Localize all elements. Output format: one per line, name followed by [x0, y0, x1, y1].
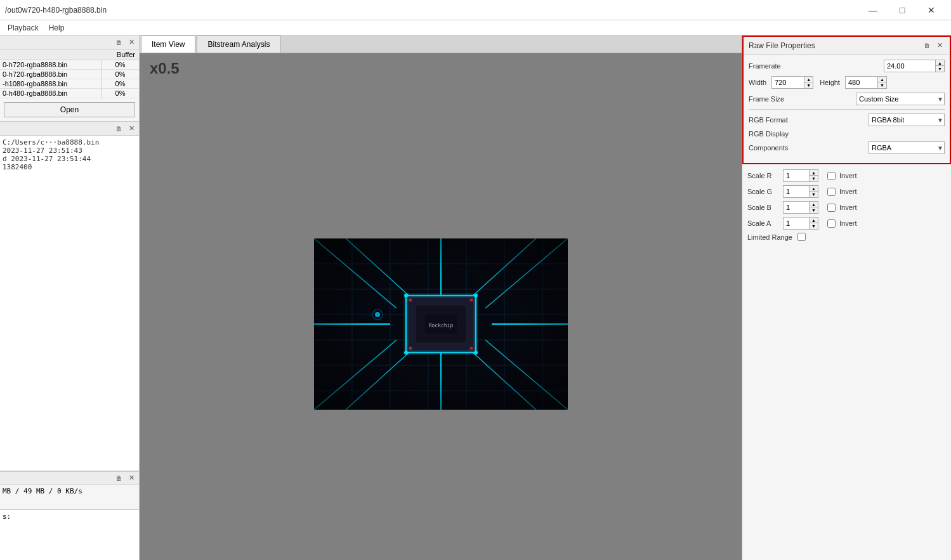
file-name-3: 0-h480-rgba8888.bin — [0, 89, 102, 98]
scale-r-invert-checkbox[interactable] — [827, 172, 836, 180]
file-row[interactable]: -h1080-rgba8888.bin 0% — [0, 79, 139, 89]
log-entry-3: 1382400 — [3, 163, 136, 171]
frame-size-label: Frame Size — [749, 95, 784, 103]
status-panel-header: 🗎 ✕ — [0, 472, 139, 485]
scale-b-label: Scale B — [747, 204, 779, 211]
width-label: Width — [749, 79, 766, 86]
file-row[interactable]: 0-h720-rgba8888.bin 0% — [0, 70, 139, 79]
limited-range-label: Limited Range — [747, 233, 792, 241]
close-button[interactable]: ✕ — [917, 0, 946, 20]
file-table: Buffer 0-h720-rgba8888.bin 0% 0-h720-rgb… — [0, 49, 139, 98]
open-button[interactable]: Open — [4, 102, 135, 117]
scale-g-invert-checkbox[interactable] — [827, 188, 836, 196]
rgb-display-label: RGB Display — [749, 130, 789, 138]
misc-text: s: — [3, 512, 11, 521]
frame-size-select-wrapper: Custom Size 720x480 1280x720 1920x1080 ▼ — [856, 93, 945, 105]
dimensions-row: Width ▲ ▼ Height ▲ ▼ — [749, 76, 945, 89]
rgb-format-label: RGB Format — [749, 116, 788, 124]
width-down-button[interactable]: ▼ — [804, 82, 813, 88]
height-input-group: ▲ ▼ — [845, 76, 887, 89]
file-list-panel: 🗎 ✕ Buffer 0-h720-rgba8888.bin 0% — [0, 36, 139, 98]
limited-range-row: Limited Range — [747, 233, 946, 241]
components-select[interactable]: RGBA RGB R G B A — [869, 141, 945, 154]
status-panel-close-icon[interactable]: ✕ — [126, 473, 136, 483]
main-layout: 🗎 ✕ Buffer 0-h720-rgba8888.bin 0% — [0, 36, 951, 560]
scale-a-up-button[interactable]: ▲ — [809, 218, 818, 223]
divider-1 — [749, 109, 945, 110]
minimize-button[interactable]: — — [858, 0, 888, 20]
file-panel-save-icon[interactable]: 🗎 — [114, 37, 124, 48]
scale-a-spinners: ▲ ▼ — [809, 218, 818, 229]
rgb-format-row: RGB Format RGBA 8bit RGB 8bit BGRA 8bit … — [749, 114, 945, 126]
tabs-bar: Item View Bitstream Analysis — [140, 36, 742, 53]
width-up-button[interactable]: ▲ — [804, 77, 813, 82]
scale-a-invert-checkbox[interactable] — [827, 219, 836, 228]
height-up-button[interactable]: ▲ — [877, 77, 886, 82]
file-row[interactable]: 0-h480-rgba8888.bin 0% — [0, 89, 139, 98]
scale-g-invert-label: Invert — [839, 188, 857, 195]
scale-g-input[interactable] — [784, 186, 809, 197]
status-panel-save-icon[interactable]: 🗎 — [114, 473, 124, 483]
scale-a-down-button[interactable]: ▼ — [809, 223, 818, 229]
framerate-input[interactable] — [884, 60, 935, 72]
zoom-label: x0.5 — [150, 60, 180, 77]
log-entry-0: C:/Users/c···ba8888.bin — [3, 138, 136, 147]
preview-image: Rockchip — [314, 238, 568, 410]
scale-r-input-group: ▲ ▼ — [783, 169, 818, 182]
width-input[interactable] — [772, 77, 804, 88]
scale-b-invert-checkbox[interactable] — [827, 204, 836, 212]
log-panel-save-icon[interactable]: 🗎 — [114, 124, 124, 134]
tab-bitstream-analysis[interactable]: Bitstream Analysis — [197, 36, 280, 53]
scale-b-input[interactable] — [784, 202, 809, 213]
status-panel: 🗎 ✕ MB / 49 MB / 0 KB/s — [0, 471, 139, 509]
menu-help[interactable]: Help — [44, 22, 70, 34]
frame-size-select[interactable]: Custom Size 720x480 1280x720 1920x1080 — [856, 93, 945, 105]
framerate-spinners: ▲ ▼ — [935, 60, 944, 72]
scale-b-up-button[interactable]: ▲ — [809, 202, 818, 207]
framerate-row: Framerate ▲ ▼ — [749, 60, 945, 72]
log-inner: C:/Users/c···ba8888.bin 2023-11-27 23:51… — [0, 136, 139, 471]
open-btn-area: Open — [0, 98, 139, 122]
tab-item-view[interactable]: Item View — [141, 36, 195, 53]
window-title: /out0w720-h480-rgba8888.bin — [5, 6, 107, 15]
raw-props-save-icon[interactable]: 🗎 — [922, 41, 932, 51]
height-input[interactable] — [846, 77, 877, 88]
width-input-group: ▲ ▼ — [771, 76, 813, 89]
height-down-button[interactable]: ▼ — [877, 82, 886, 88]
image-container: Rockchip — [314, 238, 568, 410]
log-panel-close-icon[interactable]: ✕ — [126, 124, 136, 134]
limited-range-checkbox[interactable] — [797, 233, 806, 241]
svg-rect-47 — [314, 238, 568, 410]
scale-g-row: Scale G ▲ ▼ Invert — [747, 185, 946, 198]
rgb-format-select[interactable]: RGBA 8bit RGB 8bit BGRA 8bit BGR 8bit — [869, 114, 945, 126]
scale-b-row: Scale B ▲ ▼ Invert — [747, 201, 946, 214]
file-row[interactable]: 0-h720-rgba8888.bin 0% — [0, 60, 139, 70]
raw-props-title: Raw File Properties — [749, 41, 815, 50]
log-panel: 🗎 ✕ C:/Users/c···ba8888.bin 2023-11-27 2… — [0, 122, 139, 471]
components-label: Components — [749, 144, 788, 152]
right-panel: Raw File Properties 🗎 ✕ Framerate ▲ — [742, 36, 951, 560]
framerate-down-button[interactable]: ▼ — [935, 66, 944, 72]
title-bar-controls: — □ ✕ — [858, 0, 946, 20]
scale-g-up-button[interactable]: ▲ — [809, 186, 818, 192]
buffer-header: Buffer — [102, 49, 139, 60]
viewer-area: x0.5 — [140, 53, 742, 560]
scale-r-row: Scale R ▲ ▼ Invert — [747, 169, 946, 182]
file-panel-close-icon[interactable]: ✕ — [126, 37, 136, 48]
menu-playback[interactable]: Playback — [3, 22, 44, 34]
file-buffer-0: 0% — [102, 60, 139, 70]
raw-props-body: Framerate ▲ ▼ Width — [744, 55, 950, 163]
raw-props-close-icon[interactable]: ✕ — [935, 41, 945, 51]
scale-r-down-button[interactable]: ▼ — [809, 176, 818, 181]
components-select-wrapper: RGBA RGB R G B A ▼ — [869, 141, 945, 154]
file-buffer-3: 0% — [102, 89, 139, 98]
maximize-button[interactable]: □ — [888, 0, 917, 20]
scale-a-input-group: ▲ ▼ — [783, 217, 818, 230]
scale-r-up-button[interactable]: ▲ — [809, 170, 818, 176]
sidebar: 🗎 ✕ Buffer 0-h720-rgba8888.bin 0% — [0, 36, 140, 560]
framerate-up-button[interactable]: ▲ — [935, 60, 944, 66]
scale-r-input[interactable] — [784, 170, 809, 181]
scale-a-input[interactable] — [784, 218, 809, 229]
scale-g-down-button[interactable]: ▼ — [809, 192, 818, 197]
scale-b-down-button[interactable]: ▼ — [809, 207, 818, 213]
